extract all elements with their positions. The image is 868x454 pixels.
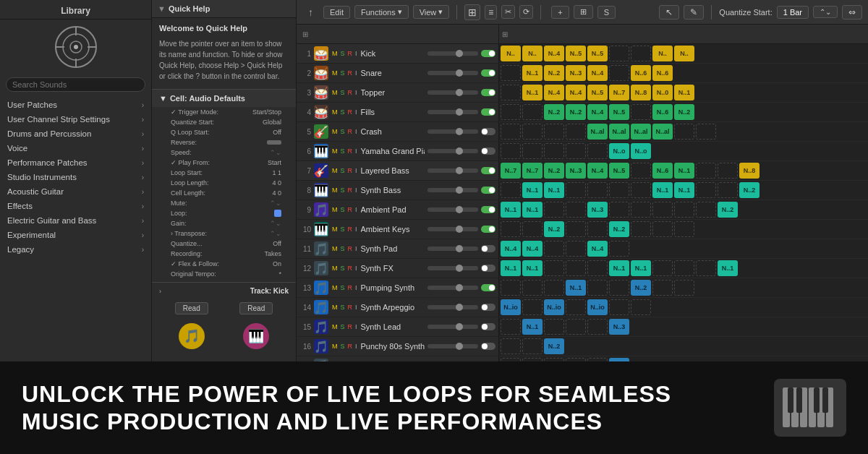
sidebar-search[interactable] (0, 74, 151, 95)
grid-cell[interactable]: N..4 (501, 241, 521, 257)
grid-cell-empty[interactable] (544, 319, 564, 335)
grid-cell[interactable]: N..7 (609, 85, 629, 100)
input-button[interactable]: I (354, 89, 358, 96)
table-row[interactable]: 15 🎵 M S R I Synth Lead (297, 317, 498, 337)
input-button[interactable]: I (354, 323, 358, 330)
tool-button[interactable]: ✂ (501, 5, 515, 19)
record-button[interactable]: R (347, 128, 354, 135)
grid-cell[interactable]: N..2 (609, 221, 629, 237)
table-row[interactable]: 8 🎹 M S R I Synth Bass (297, 181, 498, 200)
input-button[interactable]: I (354, 206, 358, 213)
track-toggle[interactable] (481, 128, 495, 135)
grid-cell[interactable]: N..io (587, 299, 608, 315)
track-fader[interactable] (427, 188, 478, 192)
grid-cell[interactable]: N..o (631, 143, 651, 159)
record-button[interactable]: R (347, 69, 354, 77)
track-toggle[interactable] (481, 147, 495, 155)
grid-cell-empty[interactable] (609, 202, 629, 218)
track-toggle[interactable] (481, 284, 495, 291)
table-row[interactable]: 6 🎹 M S R I Yamaha Grand Piano (297, 142, 498, 161)
solo-button[interactable]: S (340, 245, 346, 252)
table-row[interactable]: 17 🎵 M S R I Soft 70s Lead (297, 356, 498, 361)
track-toggle[interactable] (481, 187, 495, 194)
track-toggle[interactable] (481, 343, 495, 350)
grid-cell-empty[interactable] (522, 358, 542, 361)
grid-cell[interactable]: N..6 (652, 163, 673, 179)
record-button[interactable]: R (347, 147, 354, 155)
table-row[interactable]: 5 🎸 M S R I Crash (297, 122, 498, 142)
sidebar-item-studio-instruments[interactable]: Studio Instruments › (0, 170, 151, 184)
input-button[interactable]: I (354, 108, 358, 116)
grid-cell-empty[interactable] (522, 104, 542, 120)
grid-cell[interactable]: N..2 (544, 338, 564, 354)
track-toggle[interactable] (481, 167, 495, 174)
grid-cell[interactable]: N..al (609, 124, 629, 140)
track-fader[interactable] (427, 71, 478, 75)
grid-cell[interactable]: N..2 (544, 65, 564, 81)
record-button[interactable]: R (347, 226, 354, 233)
grid-cell[interactable]: N..6 (631, 65, 651, 81)
grid-cell[interactable]: N..3 (587, 202, 608, 218)
grid-cell-empty[interactable] (631, 163, 651, 179)
solo-button[interactable]: S (340, 89, 346, 96)
grid-cell[interactable]: N..1 (609, 260, 629, 276)
mute-button[interactable]: M (331, 304, 339, 311)
record-button[interactable]: R (347, 187, 354, 194)
pencil-tool[interactable]: ✎ (684, 5, 704, 20)
record-button[interactable]: R (347, 50, 354, 57)
track-fader[interactable] (427, 129, 478, 134)
grid-cell[interactable]: N.. (652, 46, 673, 61)
input-button[interactable]: I (354, 304, 358, 311)
mute-button[interactable]: M (331, 187, 339, 194)
grid-cell-empty[interactable] (566, 124, 586, 140)
track-fader[interactable] (427, 325, 478, 329)
mute-button[interactable]: M (331, 108, 339, 116)
sidebar-item-voice[interactable]: Voice › (0, 141, 151, 155)
solo-button[interactable]: S (340, 108, 346, 116)
grid-cell-empty[interactable] (501, 319, 521, 335)
grid-cell-empty[interactable] (609, 65, 629, 81)
grid-cell-empty[interactable] (652, 221, 673, 237)
grid-cell[interactable]: N..6 (652, 104, 673, 120)
edit-button[interactable]: Edit (323, 6, 350, 19)
solo-button[interactable]: S (340, 284, 346, 291)
mute-button[interactable]: M (331, 206, 339, 213)
mute-button[interactable]: M (331, 50, 339, 57)
grid-cell-empty[interactable] (609, 182, 629, 198)
input-button[interactable]: I (354, 167, 358, 174)
grid-cell-empty[interactable] (544, 358, 564, 361)
grid-cell-empty[interactable] (501, 65, 521, 81)
mute-button[interactable]: M (331, 128, 339, 135)
table-row[interactable]: 4 🥁 M S R I Fills (297, 103, 498, 122)
input-button[interactable]: I (354, 284, 358, 291)
sidebar-item-drums[interactable]: Drums and Percussion › (0, 127, 151, 141)
grid-cell-empty[interactable] (587, 280, 608, 296)
grid-cell-empty[interactable] (501, 358, 521, 361)
solo-button[interactable]: S (340, 187, 346, 194)
table-row[interactable]: 1 🥁 M S R I Kick (297, 44, 498, 64)
solo-button[interactable]: S (340, 128, 346, 135)
grid-cell-empty[interactable] (522, 280, 542, 296)
track-toggle[interactable] (481, 108, 495, 116)
grid-cell[interactable]: N..5 (566, 46, 586, 61)
add-track-button[interactable]: + (551, 6, 569, 19)
grid-cell[interactable]: N..1 (631, 260, 651, 276)
grid-cell-empty[interactable] (718, 163, 738, 179)
grid-cell[interactable]: N..1 (674, 182, 694, 198)
copy-button[interactable]: ⊞ (574, 5, 593, 19)
grid-cell-empty[interactable] (501, 221, 521, 237)
sidebar-item-effects[interactable]: Effects › (0, 199, 151, 213)
track-toggle[interactable] (481, 304, 495, 311)
track-fader[interactable] (427, 51, 478, 56)
grid-cell[interactable]: N..3 (609, 319, 629, 335)
view-button[interactable]: View ▾ (413, 5, 450, 19)
grid-cell-empty[interactable] (522, 124, 542, 140)
grid-cell-empty[interactable] (566, 319, 586, 335)
grid-cell-empty[interactable] (566, 299, 586, 315)
grid-cell-empty[interactable] (652, 280, 673, 296)
mute-button[interactable]: M (331, 69, 339, 77)
mute-button[interactable]: M (331, 265, 339, 272)
grid-cell[interactable]: N..2 (566, 104, 586, 120)
grid-cell-empty[interactable] (522, 221, 542, 237)
record-button[interactable]: R (347, 206, 354, 213)
